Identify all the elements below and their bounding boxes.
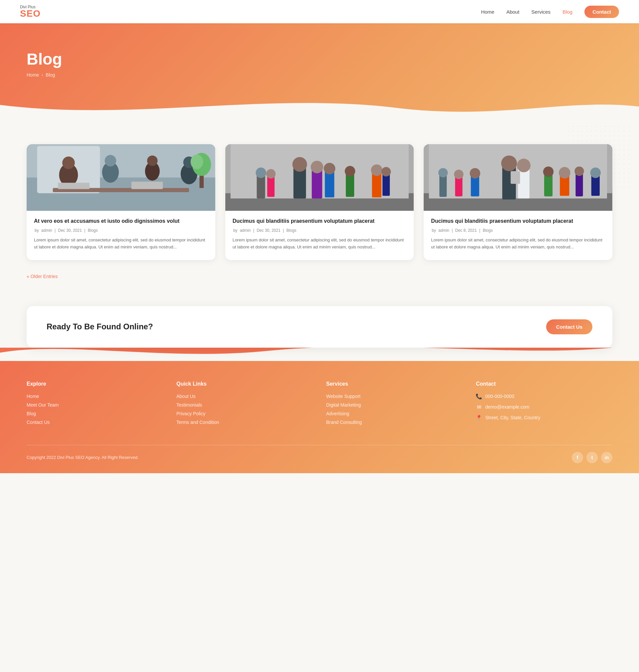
svg-point-29	[255, 168, 266, 178]
card-excerpt-3: Lorem ipsum dolor sit amet, consectetur …	[431, 237, 605, 251]
svg-rect-49	[455, 177, 463, 197]
main-nav: Home About Services Blog Contact	[481, 6, 619, 18]
svg-point-17	[191, 154, 203, 169]
nav-contact-button[interactable]: Contact	[585, 6, 619, 18]
footer-col-contact: Contact 📞 000-000-0000 ✉ demo@example.co…	[476, 381, 612, 428]
footer-explore-title: Explore	[27, 381, 163, 387]
svg-point-35	[371, 165, 383, 176]
card-author-1: admin	[41, 228, 52, 233]
svg-rect-14	[131, 182, 163, 189]
card-category-1: Blogs	[88, 228, 98, 233]
card-date-1: Dec 30, 2021	[58, 228, 82, 233]
social-twitter[interactable]: t	[587, 452, 598, 463]
card-image-1	[27, 144, 215, 211]
footer-explore-blog[interactable]: Blog	[27, 411, 163, 416]
footer-explore-contact[interactable]: Contact Us	[27, 419, 163, 425]
svg-rect-32	[346, 173, 354, 197]
card-body-3: Ducimus qui blanditiis praesentium volup…	[424, 211, 612, 260]
footer-ql-privacy[interactable]: Privacy Policy	[176, 411, 313, 416]
breadcrumb-separator: ›	[42, 73, 43, 77]
card-title-1: At vero eos et accusamus et iusto odio d…	[34, 217, 208, 225]
svg-point-37	[381, 167, 391, 177]
footer-explore-team[interactable]: Meet Our Team	[27, 402, 163, 408]
cta-card: Ready To Be Found Online? Contact Us	[27, 306, 612, 348]
svg-rect-47	[440, 175, 447, 197]
svg-point-58	[575, 167, 584, 176]
svg-point-5	[62, 156, 75, 169]
nav-about[interactable]: About	[506, 9, 519, 15]
contact-address-item: 📍 Street, City, State, Country	[476, 415, 612, 421]
svg-point-31	[266, 169, 275, 179]
blog-card-2: Ducimus qui blanditiis praesentium volup…	[225, 144, 414, 260]
social-linkedin[interactable]: in	[601, 452, 612, 463]
footer-svc-website[interactable]: Website Support	[326, 394, 463, 399]
svg-point-60	[590, 168, 601, 178]
svg-point-7	[105, 155, 116, 167]
footer-explore-home[interactable]: Home	[27, 394, 163, 399]
card-date-3: Dec 8, 2021	[455, 228, 477, 233]
card-category-2: Blogs	[286, 228, 296, 233]
blog-card-1: At vero eos et accusamus et iusto odio d…	[27, 144, 215, 260]
social-facebook[interactable]: f	[572, 452, 583, 463]
card-meta-2: by admin | Dec 30, 2021 | Blogs	[233, 228, 407, 233]
svg-point-23	[292, 157, 307, 172]
svg-rect-34	[372, 172, 381, 197]
footer-ql-testimonials[interactable]: Testimonials	[176, 402, 313, 408]
card-image-2	[225, 144, 414, 211]
svg-rect-46	[511, 171, 520, 184]
nav-home[interactable]: Home	[481, 9, 494, 15]
location-icon: 📍	[476, 415, 482, 421]
hero-section: Blog Home › Blog	[0, 23, 639, 118]
card-author-3: admin	[438, 228, 449, 233]
card-date-2: Dec 30, 2021	[256, 228, 280, 233]
older-entries-link[interactable]: « Older Entries	[27, 274, 58, 279]
svg-point-33	[345, 166, 355, 176]
svg-rect-24	[312, 169, 322, 198]
blog-card-3: Ducimus qui blanditiis praesentium volup…	[424, 144, 612, 260]
card-category-3: Blogs	[483, 228, 493, 233]
svg-point-25	[311, 161, 323, 173]
email-icon: ✉	[476, 404, 482, 410]
footer-svc-advertising[interactable]: Advertising	[326, 411, 463, 416]
cta-title: Ready To Be Found Online?	[47, 322, 153, 331]
svg-rect-59	[591, 175, 600, 196]
cta-button[interactable]: Contact Us	[546, 319, 592, 334]
svg-point-48	[438, 168, 448, 178]
svg-point-43	[501, 155, 517, 171]
contact-address: Street, City, State, Country	[485, 415, 540, 420]
footer-bottom: Copyright 2022 Divi Plus SEO Agency. All…	[27, 445, 612, 463]
card-image-3	[424, 144, 612, 211]
breadcrumb-current: Blog	[46, 72, 55, 78]
phone-icon: 📞	[476, 394, 482, 400]
footer: Explore Home Meet Our Team Blog Contact …	[0, 361, 639, 473]
svg-point-54	[543, 167, 554, 177]
header: Divi Plus SEO Home About Services Blog C…	[0, 0, 639, 23]
breadcrumb-home[interactable]: Home	[27, 72, 39, 78]
footer-services-title: Services	[326, 381, 463, 387]
page-title: Blog	[27, 50, 612, 68]
footer-svc-marketing[interactable]: Digital Marketing	[326, 402, 463, 408]
footer-ql-about[interactable]: About Us	[176, 394, 313, 399]
contact-email-item: ✉ demo@example.com	[476, 404, 612, 410]
svg-rect-53	[544, 174, 552, 197]
card-title-3: Ducimus qui blanditiis praesentium volup…	[431, 217, 605, 225]
contact-email: demo@example.com	[485, 404, 530, 410]
svg-rect-26	[325, 171, 334, 197]
svg-point-27	[324, 163, 336, 174]
card-meta-3: by admin | Dec 8, 2021 | Blogs	[431, 228, 605, 233]
contact-phone: 000-000-0000	[485, 394, 514, 399]
footer-quicklinks-title: Quick Links	[176, 381, 313, 387]
logo-bottom: SEO	[20, 9, 41, 18]
card-excerpt-1: Lorem ipsum dolor sit amet, consectetur …	[34, 237, 208, 251]
breadcrumb: Home › Blog	[27, 72, 612, 78]
svg-point-9	[147, 155, 157, 166]
card-meta-1: by admin | Dec 30, 2021 | Blogs	[34, 228, 208, 233]
footer-svc-brand[interactable]: Brand Consulting	[326, 419, 463, 425]
cta-section: Ready To Be Found Online? Contact Us	[0, 300, 639, 348]
nav-services[interactable]: Services	[531, 9, 551, 15]
footer-ql-terms[interactable]: Terms and Condition	[176, 419, 313, 425]
blog-section: At vero eos et accusamus et iusto odio d…	[0, 118, 639, 300]
nav-blog[interactable]: Blog	[562, 9, 573, 15]
svg-point-56	[559, 167, 571, 179]
footer-col-quicklinks: Quick Links About Us Testimonials Privac…	[176, 381, 313, 428]
